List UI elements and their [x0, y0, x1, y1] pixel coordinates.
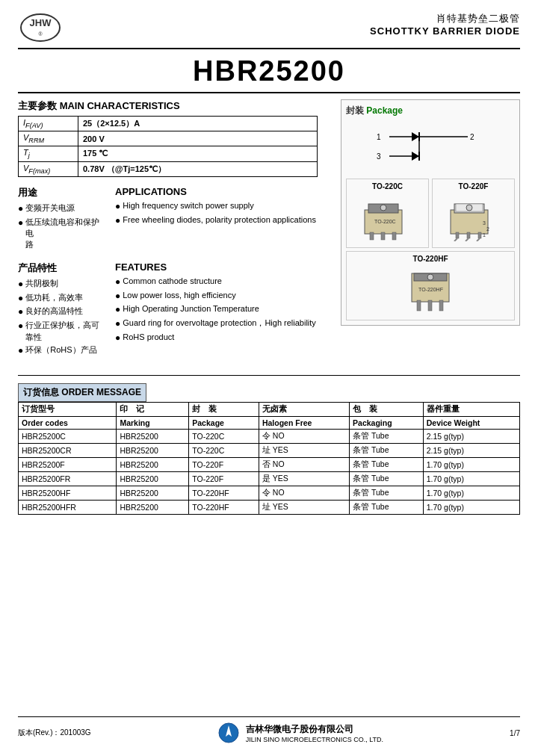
bullet-icon: ● — [18, 217, 23, 229]
list-item: ● 共阴极制 — [18, 278, 108, 291]
list-item: ● High frequency switch power supply — [115, 200, 333, 213]
table-header-cn-row: 订货型号 印 记 封 装 无卤素 包 装 器件重量 — [19, 402, 520, 416]
table-row: HBR25200C HBR25200 TO-220C 令 NO 条管 Tube … — [19, 429, 520, 443]
hf-cell: 是 YES — [259, 471, 349, 486]
col-hf-en: Halogen Free — [259, 416, 349, 429]
svg-rect-26 — [467, 232, 470, 238]
to220hf-package-item: TO-220HF TO-220HF — [346, 251, 515, 320]
feat-cn-item-4: 行业正保护板，高可靠性 — [25, 320, 108, 343]
features-cn-col: 产品特性 ● 共阴极制 ● 低功耗，高效率 ● 良好的高温特性 ● — [18, 261, 108, 359]
marking-cell: HBR25200 — [117, 486, 189, 500]
hf-cell: 否 NO — [259, 457, 349, 471]
to220hf-label: TO-220HF — [350, 255, 511, 263]
order-header-title: 订货信息 ORDER MESSAGE — [18, 383, 146, 402]
order-code-cell: HBR25200C — [19, 429, 117, 443]
col-package-cn: 封 装 — [189, 402, 259, 416]
hf-cell: 址 YES — [259, 443, 349, 457]
col-weight-cn: 器件重量 — [423, 402, 519, 416]
svg-line-27 — [466, 238, 469, 241]
svg-rect-18 — [392, 232, 396, 240]
package-cell: TO-220F — [189, 457, 259, 471]
list-item: ● 变频开关电源 — [18, 202, 108, 215]
packaging-cell: 条管 Tube — [350, 429, 424, 443]
col-hf-cn: 无卤素 — [259, 402, 349, 416]
svg-rect-17 — [381, 232, 385, 240]
feat-cn-item-1: 共阴极制 — [25, 278, 58, 289]
logo-area: JHW ® — [18, 12, 63, 43]
bullet-icon: ● — [115, 214, 120, 227]
order-table-body: HBR25200C HBR25200 TO-220C 令 NO 条管 Tube … — [19, 429, 520, 514]
order-code-cell: HBR25200FR — [19, 471, 117, 486]
applications-en-col: APPLICATIONS ● High frequency switch pow… — [115, 186, 333, 252]
svg-text:2: 2 — [486, 226, 489, 232]
order-cn-label: 订货信息 — [23, 387, 59, 397]
main-product-title: HBR25200 — [18, 55, 520, 93]
packaging-cell: 条管 Tube — [350, 471, 424, 486]
order-code-cell: HBR25200F — [19, 457, 117, 471]
bullet-icon: ● — [18, 344, 23, 357]
order-code-cell: HBR25200HF — [19, 486, 117, 500]
svg-marker-5 — [412, 132, 419, 141]
col-order-codes-en: Order codes — [19, 416, 117, 429]
table-row: HBR25200F HBR25200 TO-220F 否 NO 条管 Tube … — [19, 457, 520, 471]
package-title: 封装 Package — [346, 105, 515, 117]
package-cell: TO-220F — [189, 471, 259, 486]
list-item: ● Guard ring for overvoltage protection，… — [115, 317, 333, 330]
list-item: ● Low power loss, high efficiency — [115, 290, 333, 303]
package-cell: TO-220C — [189, 429, 259, 443]
footer-logo-area: 吉林华微电子股份有限公司 JILIN SINO MICROELECTRONICS… — [217, 722, 383, 744]
features-cn-title: 产品特性 — [18, 261, 108, 275]
list-item: ● RoHS product — [115, 332, 333, 344]
svg-rect-38 — [439, 300, 443, 311]
list-item: ● 良好的高温特性 — [18, 306, 108, 318]
svg-rect-16 — [370, 232, 374, 240]
svg-rect-36 — [417, 300, 421, 311]
pin-schematic-icon: 1 2 3 — [371, 125, 490, 170]
package-cell: TO-220HF — [189, 486, 259, 500]
app-cn-item-1: 变频开关电源 — [25, 202, 75, 214]
footer-company-cn: 吉林华微电子股份有限公司 — [246, 723, 383, 736]
to220c-label: TO-220C — [350, 182, 425, 190]
param-value: 175 ℃ — [78, 146, 318, 161]
svg-point-33 — [466, 205, 472, 211]
pin-diagram: 1 2 3 — [346, 122, 515, 173]
list-item: ● 环保（RoHS）产品 — [18, 344, 108, 357]
svg-text:®: ® — [38, 31, 43, 37]
feat-en-item-4: Guard ring for overvoltage protection，Hi… — [123, 317, 316, 329]
svg-text:JHW: JHW — [30, 17, 52, 28]
marking-cell: HBR25200 — [117, 500, 189, 514]
col-packaging-en: Packaging — [350, 416, 424, 429]
hf-cell: 令 NO — [259, 486, 349, 500]
svg-text:TO-220HF: TO-220HF — [418, 287, 443, 292]
hf-cell: 令 NO — [259, 429, 349, 443]
bullet-icon: ● — [18, 292, 23, 305]
weight-cell: 2.15 g(typ) — [423, 443, 519, 457]
params-table: IF(AV) 25（2×12.5）A VRRM 200 V Tj 175 ℃ V… — [18, 116, 318, 177]
weight-cell: 1.70 g(typ) — [423, 471, 519, 486]
header-chinese-title: 肖特基势垒二极管 — [370, 12, 520, 25]
col-packaging-cn: 包 装 — [350, 402, 424, 416]
svg-text:TO-220C: TO-220C — [374, 219, 396, 224]
to220c-package-item: TO-220C — [346, 179, 429, 248]
footer-logo-icon — [217, 722, 240, 744]
list-item: ● High Operating Junction Temperature — [115, 303, 333, 316]
footer-company-info: 吉林华微电子股份有限公司 JILIN SINO MICROELECTRONICS… — [246, 723, 383, 743]
section-divider — [18, 375, 520, 376]
table-row: IF(AV) 25（2×12.5）A — [19, 117, 318, 131]
list-item: ● Free wheeling diodes, polarity protect… — [115, 214, 333, 227]
order-code-cell: HBR25200HFR — [19, 500, 117, 514]
feat-en-item-3: High Operating Junction Temperature — [123, 303, 259, 315]
to220f-package-item: TO-220F — [432, 179, 515, 248]
param-value: 25（2×12.5）A — [78, 117, 318, 131]
svg-rect-37 — [428, 300, 432, 311]
table-row: HBR25200CR HBR25200 TO-220C 址 YES 条管 Tub… — [19, 443, 520, 457]
page: JHW ® 肖特基势垒二极管 SCHOTTKY BARRIER DIODE HB… — [0, 0, 538, 756]
param-value: 200 V — [78, 131, 318, 146]
to220f-diagram-icon: 1 2 3 — [439, 195, 499, 241]
marking-cell: HBR25200 — [117, 471, 189, 486]
param-symbol: VF(max) — [19, 161, 78, 176]
feat-cn-item-2: 低功耗，高效率 — [25, 292, 83, 303]
right-content: 封装 Package 1 2 — [341, 99, 520, 368]
applications-en-title: APPLICATIONS — [115, 186, 333, 197]
to220c-diagram-icon: TO-220C — [353, 195, 413, 241]
